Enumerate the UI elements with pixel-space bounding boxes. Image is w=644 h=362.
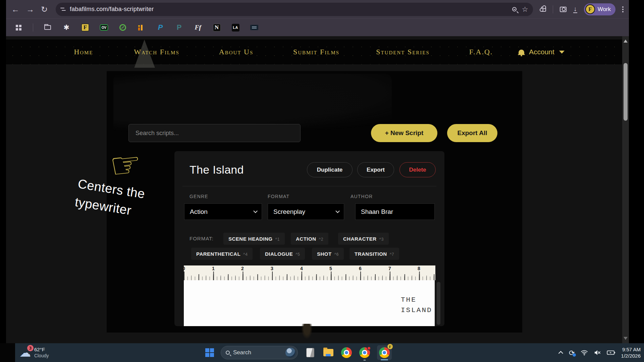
chrome-app-icon[interactable]: [341, 347, 352, 358]
paypal-bookmark-icon[interactable]: P: [156, 23, 165, 32]
format-toolbar-label: FORMAT:: [190, 236, 214, 241]
notepad-app-icon[interactable]: [305, 347, 316, 358]
browser-window: ← → ↻ fabafilms.com/faba-scriptwriter ☆ …: [6, 0, 629, 343]
profile-name: Work: [598, 6, 611, 13]
genre-value: Action: [190, 208, 208, 216]
zoom-out-icon[interactable]: [512, 7, 517, 11]
faba-bookmark-icon[interactable]: F: [81, 23, 89, 32]
genre-label: GENRE: [190, 194, 208, 199]
reload-button[interactable]: ↻: [41, 5, 48, 13]
volume-muted-icon[interactable]: [594, 350, 601, 356]
genre-select[interactable]: Action: [184, 203, 262, 220]
bookmark-star-icon[interactable]: ☆: [522, 6, 528, 13]
address-bar[interactable]: fabafilms.com/faba-scriptwriter ☆: [56, 3, 533, 16]
nav-home[interactable]: Home: [74, 48, 93, 56]
format-transition-button[interactable]: TRANSITION^7: [350, 248, 399, 260]
start-button[interactable]: [205, 348, 214, 357]
faba-profile-badge: F: [387, 344, 393, 350]
format-shot-button[interactable]: SHOT^6: [312, 248, 344, 260]
notification-badge: [367, 346, 371, 350]
search-scripts-input[interactable]: [128, 124, 301, 142]
profile-button[interactable]: F Work: [584, 3, 615, 15]
running-indicator: [364, 360, 366, 361]
format-character-button[interactable]: CHARACTER^3: [338, 233, 389, 245]
typewriter-ruler: 0 1 2 3 4 5 6 7 8: [184, 265, 435, 280]
downloads-icon[interactable]: ↓: [573, 5, 577, 13]
chevron-down-icon: [253, 209, 258, 213]
nav-about-us[interactable]: About Us: [219, 48, 253, 56]
weather-badge: 3: [27, 345, 34, 351]
new-script-button[interactable]: + New Script: [371, 124, 437, 142]
tray-overflow-icon[interactable]: [558, 351, 563, 356]
browser-scrollbar[interactable]: [622, 36, 629, 343]
la-bookmark-icon[interactable]: LA: [232, 24, 239, 32]
site-navigation: Home Watch Films About Us Submit Films S…: [6, 40, 622, 64]
scrollbar-thumb[interactable]: [624, 63, 628, 121]
site-info-icon[interactable]: [60, 7, 66, 12]
account-caret-icon[interactable]: [559, 51, 565, 54]
nav-faq[interactable]: F.A.Q.: [469, 48, 493, 56]
card-scrollbar-thumb[interactable]: [437, 282, 440, 325]
clock-widget[interactable]: 9:57 AM 1/2/2026: [621, 346, 641, 359]
taskbar-search[interactable]: Search: [221, 346, 298, 359]
chatgpt-bookmark-icon[interactable]: ✱: [62, 23, 71, 32]
author-label: AUTHOR: [351, 194, 373, 199]
typed-text-line: THE: [401, 296, 417, 304]
scroll-up-arrow[interactable]: [624, 40, 628, 43]
delete-button[interactable]: Delete: [399, 162, 436, 177]
wifi-icon[interactable]: [581, 350, 588, 356]
battery-charging-icon[interactable]: [607, 350, 615, 356]
tab-search-icon[interactable]: [560, 7, 567, 12]
apps-grid-icon[interactable]: [14, 23, 23, 32]
chrome-app-icon-2[interactable]: [359, 347, 370, 358]
bookmarks-bar: ✱ F OV P P Ff N LA: [6, 18, 629, 36]
profile-avatar: F: [585, 4, 595, 14]
browser-menu-icon[interactable]: [622, 6, 624, 12]
bookmark-folder-icon[interactable]: [43, 23, 52, 32]
back-button[interactable]: ←: [11, 5, 19, 13]
typed-text-line: ISLAND: [401, 306, 432, 314]
notion-bookmark-icon[interactable]: N: [213, 24, 221, 32]
format-parenthetical-button[interactable]: PARENTHETICAL^4: [191, 248, 253, 260]
dark-bookmark-icon[interactable]: [250, 23, 259, 32]
weather-widget[interactable]: ☁3 62°F Cloudy: [19, 343, 49, 362]
url-text[interactable]: fabafilms.com/faba-scriptwriter: [70, 6, 508, 13]
format-value: Screenplay: [273, 208, 305, 216]
format-scene-heading-button[interactable]: SCENE HEADING^1: [223, 233, 285, 245]
tray-time: 9:57 AM: [622, 346, 641, 353]
sync-update-icon[interactable]: ⟳: [569, 349, 575, 356]
format-select[interactable]: Screenplay: [268, 203, 344, 220]
search-highlight-image: [285, 348, 296, 358]
export-button[interactable]: Export: [357, 162, 394, 177]
chrome-app-icon-active[interactable]: F: [377, 345, 392, 360]
weather-temp: 62°F: [34, 347, 49, 353]
script-f-bookmark-icon[interactable]: Ff: [194, 23, 202, 32]
ov-bookmark-icon[interactable]: OV: [100, 24, 108, 31]
active-app-indicator: [381, 359, 388, 360]
browser-toolbar: ← → ↻ fabafilms.com/faba-scriptwriter ☆ …: [6, 0, 629, 18]
nav-submit-films[interactable]: Submit Films: [293, 48, 339, 56]
chevron-down-icon: [335, 209, 340, 213]
analytics-bookmark-icon[interactable]: [137, 23, 146, 32]
format-action-button[interactable]: ACTION^2: [291, 233, 328, 245]
extensions-icon[interactable]: [541, 7, 546, 12]
duplicate-button[interactable]: Duplicate: [307, 162, 353, 177]
file-explorer-icon[interactable]: [323, 347, 334, 358]
green-circle-bookmark-icon[interactable]: [118, 23, 127, 32]
account-menu[interactable]: Account: [529, 48, 554, 56]
format-dialogue-button[interactable]: DIALOGUE^5: [260, 248, 305, 260]
taskbar-left-gap: [0, 343, 15, 362]
export-all-button[interactable]: Export All: [447, 124, 497, 142]
notifications-bell-icon[interactable]: [519, 50, 524, 55]
typewriter-page[interactable]: THE ISLAND: [184, 280, 435, 326]
taskbar-search-label: Search: [233, 349, 282, 356]
forward-button[interactable]: →: [26, 5, 34, 13]
nav-watch-films[interactable]: Watch Films: [134, 48, 179, 56]
p-teal-bookmark-icon[interactable]: P: [175, 23, 183, 32]
tray-date: 1/2/2026: [621, 353, 641, 359]
cloud-icon: ☁3: [19, 347, 31, 358]
author-input[interactable]: [355, 203, 435, 220]
scroll-down-arrow[interactable]: [624, 337, 628, 340]
windows-taskbar: ☁3 62°F Cloudy Search F ⟳: [0, 343, 644, 362]
nav-student-series[interactable]: Student Series: [376, 48, 430, 56]
